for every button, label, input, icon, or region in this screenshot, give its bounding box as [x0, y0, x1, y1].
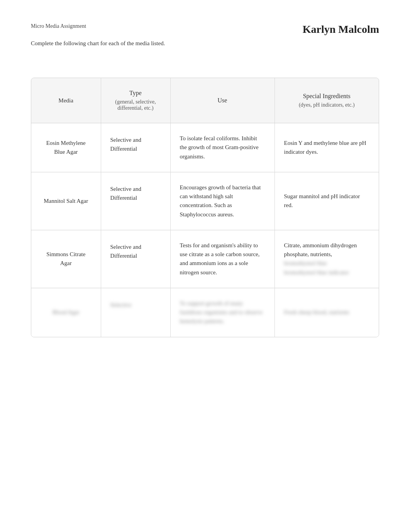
page-subtitle: Complete the following chart for each of…	[31, 40, 379, 47]
cell-media-1: Eosin Methylene Blue Agar	[31, 123, 101, 172]
table-row: Simmons Citrate Agar Selective and Diffe…	[31, 230, 379, 288]
cell-ingredients-2: Sugar mannitol and pH indicator red.	[274, 172, 379, 230]
cell-use-3: Tests for and organism's ability to use …	[170, 230, 274, 288]
cell-use-2: Encourages growth of bacteria that can w…	[170, 172, 274, 230]
cell-type-4: Selective	[101, 288, 170, 337]
cell-media-4: Blood Agar	[31, 288, 101, 337]
col-header-media: Media	[31, 78, 101, 123]
assignment-title: Micro Media Assignment	[31, 23, 86, 29]
col-header-use: Use	[170, 78, 274, 123]
table-row: Eosin Methylene Blue Agar Selective and …	[31, 123, 379, 172]
col-header-type-sub: (general, selective, differential, etc.)	[110, 99, 161, 111]
col-header-ingredients-sub: (dyes, pH indicators, etc.)	[284, 102, 370, 108]
student-name: Karlyn Malcolm	[303, 23, 379, 36]
col-header-ingredients: Special Ingredients (dyes, pH indicators…	[274, 78, 379, 123]
cell-ingredients-3: Citrate, ammonium dihydrogen phosphate, …	[274, 230, 379, 288]
media-table-container: Media Type (general, selective, differen…	[31, 78, 379, 337]
table-header-row: Media Type (general, selective, differen…	[31, 78, 379, 123]
cell-ingredients-3-extra2: bromothymol blue indicator	[284, 269, 349, 275]
table-row: Mannitol Salt Agar Selective and Differe…	[31, 172, 379, 230]
cell-ingredients-4: Fresh sheep blood, nutrients	[274, 288, 379, 337]
cell-media-3: Simmons Citrate Agar	[31, 230, 101, 288]
cell-media-2: Mannitol Salt Agar	[31, 172, 101, 230]
table-row: Blood Agar Selective To support growth o…	[31, 288, 379, 337]
cell-type-1: Selective and Differential	[101, 123, 170, 172]
cell-ingredients-3-extra: bromothymol blue	[284, 260, 327, 266]
cell-type-2: Selective and Differential	[101, 172, 170, 230]
cell-use-1: To isolate fecal coliforms. Inhibit the …	[170, 123, 274, 172]
page-header: Micro Media Assignment Karlyn Malcolm	[31, 23, 379, 36]
cell-ingredients-1: Eosin Y and methylene blue are pH indica…	[274, 123, 379, 172]
col-header-type: Type (general, selective, differential, …	[101, 78, 170, 123]
media-table: Media Type (general, selective, differen…	[31, 78, 379, 337]
cell-type-3: Selective and Differential	[101, 230, 170, 288]
cell-use-4: To support growth of many fastidious org…	[170, 288, 274, 337]
